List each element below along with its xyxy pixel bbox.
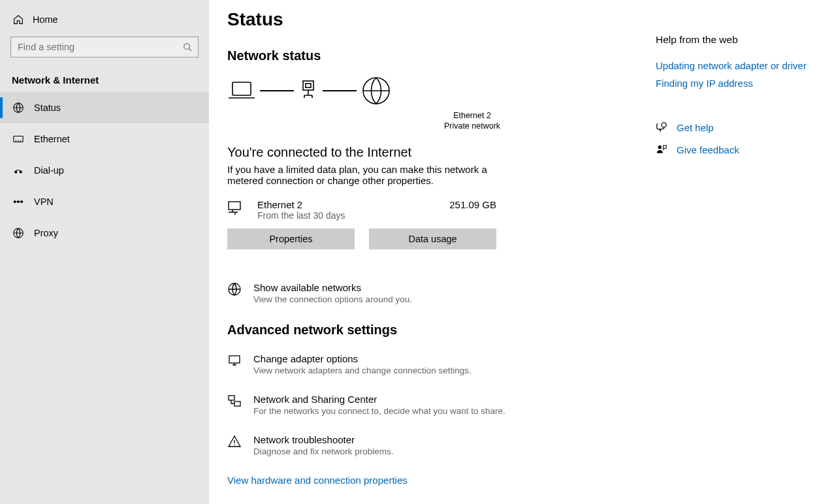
sidebar-item-dialup[interactable]: Dial-up — [0, 155, 209, 186]
option-title: Network and Sharing Center — [253, 394, 505, 405]
get-help-link[interactable]: Get help — [656, 121, 822, 133]
show-available-networks[interactable]: Show available networks View the connect… — [227, 282, 637, 304]
advanced-heading: Advanced network settings — [227, 323, 637, 338]
svg-rect-9 — [232, 82, 251, 95]
aside: Help from the web Updating network adapt… — [656, 0, 832, 504]
home-button[interactable]: Home — [0, 8, 209, 31]
svg-point-4 — [20, 171, 22, 173]
sidebar-item-label: Dial-up — [34, 165, 64, 176]
svg-rect-17 — [234, 402, 240, 406]
option-desc: For the networks you connect to, decide … — [253, 406, 505, 416]
properties-button[interactable]: Properties — [227, 228, 355, 249]
sidebar-item-status[interactable]: Status — [0, 92, 209, 123]
option-desc: View network adapters and change connect… — [253, 366, 472, 375]
option-desc: Diagnose and fix network problems. — [253, 447, 394, 456]
adapter-row: Ethernet 2 From the last 30 days 251.09 … — [227, 199, 496, 221]
sidebar: Home Network & Internet Status Ethernet — [0, 0, 209, 504]
diagram-caption: Ethernet 2 Private network — [307, 110, 637, 132]
adapter-icon — [227, 353, 242, 368]
change-adapter-options[interactable]: Change adapter options View network adap… — [227, 353, 637, 375]
sidebar-item-label: Status — [34, 102, 61, 113]
laptop-icon — [227, 78, 256, 103]
network-troubleshooter[interactable]: Network troubleshooter Diagnose and fix … — [227, 434, 637, 456]
sidebar-item-label: Proxy — [34, 228, 58, 238]
help-icon — [656, 121, 667, 133]
sidebar-item-proxy[interactable]: Proxy — [0, 217, 209, 249]
sharing-icon — [227, 394, 242, 408]
sidebar-item-label: VPN — [34, 197, 54, 207]
svg-point-3 — [15, 171, 17, 173]
option-title: Show available networks — [253, 282, 412, 293]
svg-point-19 — [658, 146, 662, 149]
sidebar-item-label: Ethernet — [34, 134, 70, 144]
page-title: Status — [227, 9, 637, 30]
option-title: Network troubleshooter — [253, 434, 394, 445]
section-title: Network & Internet — [0, 63, 209, 92]
network-sharing-center[interactable]: Network and Sharing Center For the netwo… — [227, 394, 637, 416]
router-icon — [298, 78, 319, 103]
view-hardware-link[interactable]: View hardware and connection properties — [227, 475, 637, 486]
connection-line — [323, 90, 357, 91]
adapter-name: Ethernet 2 — [257, 199, 438, 210]
svg-rect-10 — [303, 81, 313, 90]
svg-rect-11 — [306, 84, 311, 87]
help-link-update-adapter[interactable]: Updating network adapter or driver — [656, 60, 822, 71]
data-usage-value: 251.09 GB — [449, 199, 496, 210]
adapter-sub: From the last 30 days — [257, 210, 438, 221]
network-type: Private network — [307, 121, 637, 131]
status-icon — [12, 101, 25, 114]
feedback-icon — [656, 144, 667, 155]
svg-rect-13 — [229, 202, 240, 210]
proxy-icon — [12, 227, 25, 240]
button-row: Properties Data usage — [227, 228, 637, 249]
svg-rect-15 — [229, 356, 240, 363]
svg-point-18 — [662, 123, 666, 127]
globe-icon — [360, 75, 392, 106]
data-usage-button[interactable]: Data usage — [369, 228, 496, 249]
globe-icon — [227, 282, 242, 296]
get-help-label: Get help — [677, 122, 714, 133]
connection-line — [260, 90, 294, 91]
home-icon — [12, 13, 25, 26]
aside-title: Help from the web — [656, 34, 822, 46]
give-feedback-link[interactable]: Give feedback — [656, 144, 822, 155]
vpn-icon — [12, 195, 25, 208]
network-status-heading: Network status — [227, 48, 637, 63]
ethernet-icon — [12, 133, 25, 146]
svg-rect-16 — [229, 396, 234, 400]
search-wrap — [0, 31, 209, 63]
network-diagram — [227, 75, 637, 106]
connected-desc: If you have a limited data plan, you can… — [227, 164, 508, 186]
option-desc: View the connection options around you. — [253, 294, 412, 304]
sidebar-item-vpn[interactable]: VPN — [0, 186, 209, 217]
sidebar-item-ethernet[interactable]: Ethernet — [0, 123, 209, 155]
search-input[interactable] — [10, 37, 199, 57]
give-feedback-label: Give feedback — [677, 144, 739, 155]
dialup-icon — [12, 164, 25, 177]
warning-icon — [227, 434, 242, 449]
connected-title: You're connected to the Internet — [227, 145, 637, 160]
option-title: Change adapter options — [253, 353, 472, 364]
main-content: Status Network status Ethernet 2 Private… — [209, 0, 656, 504]
adapter-name: Ethernet 2 — [307, 110, 637, 121]
home-label: Home — [33, 14, 58, 25]
ethernet-adapter-icon — [227, 199, 246, 217]
help-link-find-ip[interactable]: Finding my IP address — [656, 78, 822, 89]
